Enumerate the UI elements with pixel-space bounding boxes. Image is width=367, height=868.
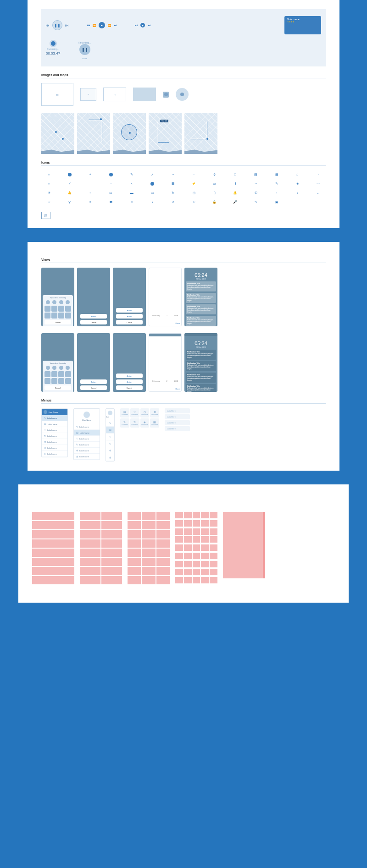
prev-icon[interactable]: ⏮ bbox=[46, 23, 50, 27]
action-button[interactable]: Action bbox=[116, 374, 143, 378]
menu-item[interactable]: ▤Label name bbox=[74, 430, 100, 436]
cancel-button[interactable]: Cancel bbox=[80, 385, 107, 390]
cancel-button[interactable]: Cancel bbox=[116, 385, 143, 390]
date-picker[interactable]: February 2 1998 bbox=[149, 314, 181, 317]
action-tile[interactable] bbox=[51, 313, 57, 319]
menu-item[interactable]: ✎Label name bbox=[74, 424, 100, 430]
menu-item[interactable]: ◷ bbox=[106, 454, 114, 461]
menu-item[interactable]: ✎ bbox=[106, 420, 114, 427]
pause-button[interactable]: ❚❚ bbox=[52, 20, 62, 30]
forward-icon[interactable]: ⏩ bbox=[108, 24, 111, 27]
next-icon[interactable]: ⏭ bbox=[148, 24, 150, 27]
notification[interactable]: Notification TitleNotification body text… bbox=[186, 293, 216, 303]
map-labeled[interactable]: Your pick bbox=[149, 113, 182, 154]
menu-item[interactable]: ♡ bbox=[106, 434, 114, 440]
notification[interactable]: Notification TitleNotification body text… bbox=[186, 384, 216, 392]
app-icon[interactable] bbox=[46, 366, 50, 370]
notification[interactable]: Notification TitleNotification body text… bbox=[186, 281, 216, 291]
done-button[interactable]: Done bbox=[175, 388, 180, 390]
menu-item[interactable]: ◷Label name bbox=[42, 445, 67, 451]
date-picker[interactable]: February 2 1998 bbox=[149, 380, 181, 382]
grid-menu-item[interactable]: ◷Label here bbox=[140, 408, 150, 418]
menu-item[interactable]: ◷Label name bbox=[74, 454, 100, 460]
item-icon: ♡ bbox=[76, 437, 78, 440]
list-item[interactable]: Label here bbox=[165, 414, 190, 419]
app-icon[interactable] bbox=[52, 366, 56, 370]
app-icon[interactable] bbox=[52, 300, 56, 304]
record-dot-icon[interactable] bbox=[51, 41, 56, 46]
action-button[interactable]: Action bbox=[80, 314, 107, 319]
item-icon: ↻ bbox=[109, 442, 111, 445]
app-icon[interactable] bbox=[59, 366, 63, 370]
play-button-sm[interactable]: ▶ bbox=[140, 23, 145, 27]
action-tile[interactable] bbox=[65, 313, 71, 319]
menu-item[interactable]: ↻Label name bbox=[74, 442, 100, 448]
menu-item[interactable]: ↻Label name bbox=[42, 433, 67, 439]
menu-item[interactable]: ✎Label name bbox=[42, 415, 67, 421]
notification[interactable]: Notification TitleNotification body text… bbox=[186, 350, 216, 360]
action-tile[interactable] bbox=[44, 371, 50, 377]
done-button[interactable]: Done bbox=[175, 322, 180, 324]
grid-menu-item[interactable]: ▦Label here bbox=[150, 418, 159, 428]
action-tile[interactable] bbox=[44, 378, 50, 384]
action-button[interactable]: Action bbox=[116, 308, 143, 313]
cancel-button[interactable]: Cancel bbox=[80, 320, 107, 324]
next-icon[interactable]: ⏭ bbox=[65, 23, 69, 27]
menu-item[interactable]: ♡Label name bbox=[42, 427, 67, 433]
action-tile[interactable] bbox=[51, 306, 57, 312]
action-tile[interactable] bbox=[51, 371, 57, 377]
action-tile[interactable] bbox=[44, 313, 50, 319]
app-icon[interactable] bbox=[46, 300, 50, 304]
play-button[interactable]: ▶ bbox=[99, 22, 105, 28]
grid-menu-item[interactable]: ◈Label here bbox=[140, 418, 150, 428]
notification[interactable]: Notification TitleNotification body text… bbox=[186, 361, 216, 371]
grid-menu-item[interactable]: ▤Label here bbox=[120, 408, 129, 418]
app-icon[interactable] bbox=[66, 300, 70, 304]
notification[interactable]: Notification TitleNotification body text… bbox=[186, 373, 216, 383]
action-tile[interactable] bbox=[65, 378, 71, 384]
map-route-2[interactable] bbox=[184, 113, 217, 154]
menu-item[interactable]: ⚙Label name bbox=[42, 439, 67, 445]
pause-recording-button[interactable]: ❚❚ bbox=[79, 44, 90, 55]
cancel-button[interactable]: Cancel bbox=[44, 385, 71, 390]
action-tile[interactable] bbox=[65, 371, 71, 377]
menu-item[interactable]: ↻ bbox=[106, 440, 114, 447]
list-item[interactable]: Label here bbox=[165, 408, 190, 413]
grid-menu-item[interactable]: ✎Label here bbox=[120, 418, 129, 428]
menu-item[interactable]: ▤Label name bbox=[42, 421, 67, 427]
menu-item[interactable]: ♡Label name bbox=[74, 436, 100, 442]
prev-icon[interactable]: ⏮ bbox=[135, 24, 138, 27]
menu-item[interactable]: ▤ bbox=[106, 427, 114, 434]
notification[interactable]: Notification TitleNotification body text… bbox=[186, 304, 216, 314]
action-button[interactable]: Action bbox=[80, 379, 107, 384]
action-button[interactable]: Action bbox=[116, 379, 143, 384]
rewind-icon[interactable]: ⏪ bbox=[93, 24, 96, 27]
map-radius[interactable] bbox=[113, 113, 146, 154]
action-tile[interactable] bbox=[51, 378, 57, 384]
notification[interactable]: Notification TitleNotification body text… bbox=[186, 316, 216, 326]
map-basic[interactable] bbox=[41, 113, 74, 154]
cancel-button[interactable]: Cancel bbox=[44, 320, 71, 324]
action-tile[interactable] bbox=[58, 378, 64, 384]
menu-item[interactable]: ⚙Label name bbox=[74, 448, 100, 454]
app-icon[interactable] bbox=[66, 366, 70, 370]
grid-menu-item[interactable]: ♡Label here bbox=[130, 408, 139, 418]
action-tile[interactable] bbox=[44, 306, 50, 312]
menu-item[interactable]: ◈Label name bbox=[42, 451, 67, 457]
action-tile[interactable] bbox=[58, 371, 64, 377]
grid-menu-item[interactable]: ⚙Label here bbox=[150, 408, 159, 418]
map-route[interactable] bbox=[77, 113, 110, 154]
list-item[interactable]: Label here bbox=[165, 420, 190, 425]
grid-menu-item[interactable]: ↻Label here bbox=[130, 418, 139, 428]
cancel-button[interactable]: Cancel bbox=[116, 320, 143, 324]
action-tile[interactable] bbox=[65, 306, 71, 312]
video-card[interactable]: Video name ★★★★ bbox=[284, 16, 321, 34]
action-tile[interactable] bbox=[58, 306, 64, 312]
skip-fwd-icon[interactable]: ⏭ bbox=[114, 24, 117, 27]
list-item[interactable]: Label here bbox=[165, 426, 190, 431]
action-tile[interactable] bbox=[58, 313, 64, 319]
app-icon[interactable] bbox=[59, 300, 63, 304]
menu-item[interactable]: ⚙ bbox=[106, 447, 114, 454]
skip-back-icon[interactable]: ⏮ bbox=[87, 24, 90, 27]
action-button[interactable]: Action bbox=[116, 314, 143, 319]
